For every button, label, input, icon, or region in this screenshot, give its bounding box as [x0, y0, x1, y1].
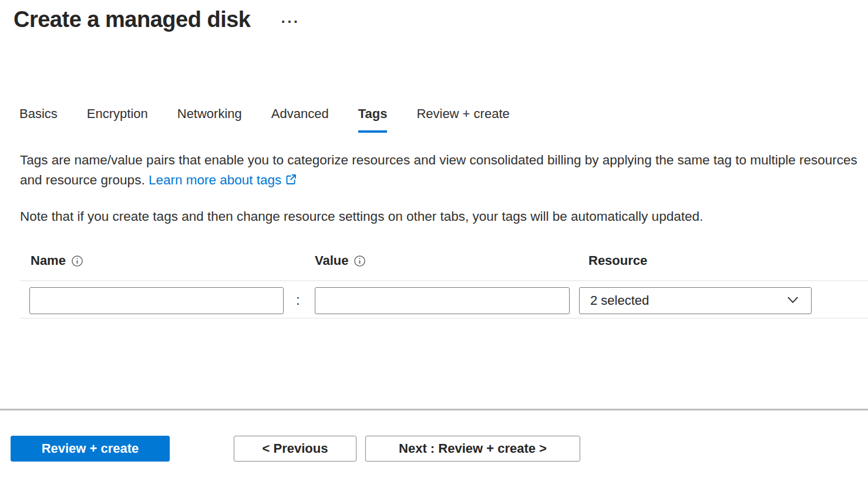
tags-description: Tags are name/value pairs that enable yo…: [20, 150, 860, 191]
value-column-label: Value: [315, 253, 348, 268]
tab-basics[interactable]: Basics: [19, 106, 58, 133]
tag-value-input[interactable]: [315, 287, 570, 314]
tab-review-create[interactable]: Review + create: [416, 106, 509, 133]
info-icon[interactable]: [71, 255, 83, 267]
chevron-down-icon: [785, 292, 800, 309]
info-icon[interactable]: [354, 255, 366, 267]
wizard-tabs: Basics Encryption Networking Advanced Ta…: [19, 106, 510, 133]
tab-networking[interactable]: Networking: [177, 106, 242, 133]
column-header-value: Value: [315, 253, 366, 268]
table-divider-top: [20, 280, 868, 281]
tag-name-input[interactable]: [29, 287, 284, 314]
more-options-icon[interactable]: ···: [281, 14, 300, 29]
previous-button[interactable]: < Previous: [234, 436, 356, 462]
external-link-icon[interactable]: [285, 171, 297, 191]
learn-more-link[interactable]: Learn more about tags: [149, 173, 281, 187]
review-create-button[interactable]: Review + create: [11, 436, 170, 462]
next-button[interactable]: Next : Review + create >: [365, 436, 580, 462]
tags-note: Note that if you create tags and then ch…: [20, 207, 860, 227]
resource-dropdown-value: 2 selected: [590, 293, 649, 308]
resource-dropdown[interactable]: 2 selected: [579, 287, 812, 314]
name-column-label: Name: [31, 253, 66, 268]
name-value-separator: :: [296, 292, 300, 308]
tab-advanced[interactable]: Advanced: [271, 106, 329, 133]
tab-tags[interactable]: Tags: [358, 106, 388, 133]
page-title: Create a managed disk: [14, 7, 250, 32]
tab-encryption[interactable]: Encryption: [87, 106, 148, 133]
table-divider-bottom: [20, 318, 868, 319]
resource-column-label: Resource: [588, 253, 647, 268]
page-header: Create a managed disk ···: [14, 7, 300, 32]
tags-description-text: Tags are name/value pairs that enable yo…: [20, 153, 857, 187]
column-header-resource: Resource: [588, 253, 647, 268]
footer-divider: [0, 409, 868, 410]
column-header-name: Name: [31, 253, 83, 268]
